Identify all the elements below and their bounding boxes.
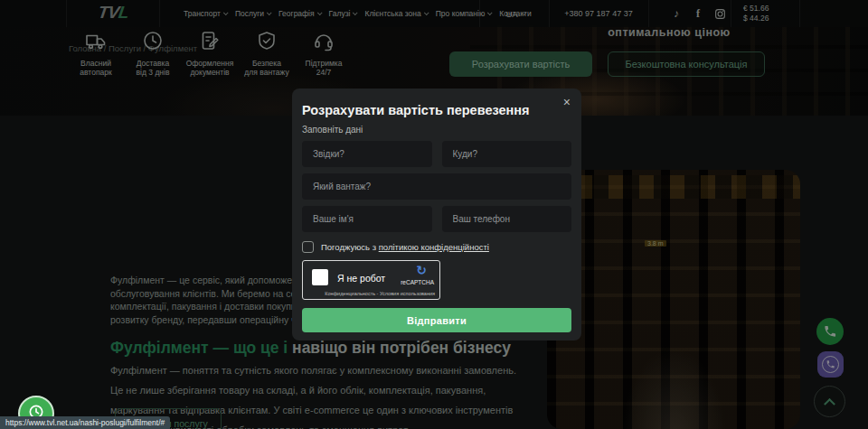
recaptcha-logo-icon: ↻	[416, 263, 427, 277]
phone-input[interactable]	[442, 206, 572, 232]
close-icon[interactable]: ×	[563, 96, 571, 108]
consent-row: Погоджуюсь з політикою конфіденційності	[302, 241, 571, 253]
recaptcha-label: Я не робот	[337, 273, 385, 284]
modal-title: Розрахувати вартість перевезення	[302, 103, 571, 117]
cost-calculation-modal: × Розрахувати вартість перевезення Запов…	[292, 89, 581, 340]
to-input[interactable]	[442, 141, 572, 167]
from-input[interactable]	[302, 141, 432, 167]
browser-status-bar: https://www.tvl.net.ua/nashi-poslugi/ful…	[0, 416, 170, 429]
recaptcha-widget: Я не робот ↻ reCAPTCHA Конфиденциальност…	[302, 260, 440, 300]
submit-button[interactable]: Відправити	[302, 308, 571, 332]
page: TVL Транспорт Послуги Географія Галузі К…	[0, 0, 868, 429]
cargo-input[interactable]	[302, 173, 571, 200]
recaptcha-terms-links[interactable]: Конфиденциальность - Условия использован…	[325, 291, 435, 296]
privacy-policy-link[interactable]: політикою конфіденційності	[379, 242, 489, 252]
recaptcha-brand: reCAPTCHA	[401, 279, 434, 285]
name-input[interactable]	[302, 206, 432, 232]
modal-subtitle: Заповніть дані	[302, 125, 571, 135]
consent-checkbox[interactable]	[302, 241, 314, 253]
recaptcha-checkbox[interactable]	[312, 269, 328, 285]
